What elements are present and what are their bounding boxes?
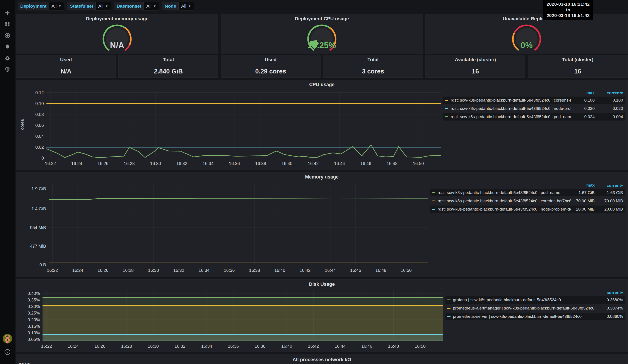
panel-title[interactable]: Total <box>119 55 218 63</box>
svg-text:16:24: 16:24 <box>72 268 83 273</box>
svg-text:0.12: 0.12 <box>35 90 44 95</box>
legend-max-value: 70.00 MiB <box>571 199 595 203</box>
svg-text:16:42: 16:42 <box>308 344 319 349</box>
svg-text:16:50: 16:50 <box>400 268 411 273</box>
filter-deployment-dropdown[interactable]: All ▼ <box>49 2 64 10</box>
svg-text:16:48: 16:48 <box>387 161 397 166</box>
svg-text:16:42: 16:42 <box>300 268 311 273</box>
legend-series-name[interactable]: rqst: scw-k8s-pedantic-blackburn-default… <box>438 207 571 212</box>
svg-text:cores: cores <box>20 119 25 130</box>
legend-current-value: 0.0860% <box>595 314 623 319</box>
legend-series-name[interactable]: real: scw-k8s-pedantic-blackburn-default… <box>451 114 571 119</box>
settings-gear-icon[interactable] <box>4 55 11 62</box>
panel-cpu-usage: CPU usage 16:2216:2416:2616:2816:3016:32… <box>16 80 628 170</box>
legend-series-name[interactable]: prometheus-alertmanager | scw-k8s-pedant… <box>453 306 595 311</box>
panel-title[interactable]: Used <box>16 55 116 63</box>
stat-value: N/A <box>16 68 116 75</box>
filter-deployment-label: Deployment <box>20 3 46 9</box>
svg-text:16:42: 16:42 <box>308 161 318 166</box>
stat-value: 3 cores <box>323 68 423 75</box>
legend-sort-current[interactable]: current▾ <box>595 90 623 95</box>
legend-swatch[interactable] <box>432 192 435 193</box>
legend-max-value: 20.00 MiB <box>571 207 595 212</box>
filter-node-dropdown[interactable]: All ▼ <box>178 2 194 10</box>
filter-daemonset-dropdown[interactable]: All ▼ <box>144 2 159 10</box>
legend-sort-current[interactable]: current▾ <box>595 183 623 188</box>
legend-row: rqst: scw-k8s-pedantic-blackburn-default… <box>443 105 625 112</box>
panel-title[interactable]: CPU usage <box>16 80 627 87</box>
svg-text:16:26: 16:26 <box>94 344 105 349</box>
dashboards-icon[interactable] <box>4 21 11 27</box>
stat-value: 16 <box>426 68 525 75</box>
svg-text:16:48: 16:48 <box>388 344 399 349</box>
legend-swatch[interactable] <box>445 100 448 101</box>
legend-swatch[interactable] <box>447 299 451 300</box>
alerting-bell-icon[interactable] <box>4 44 11 50</box>
svg-text:16:24: 16:24 <box>71 161 82 166</box>
gauge-value: 15.25% <box>308 41 336 50</box>
legend-series-name[interactable]: rqst: scw-k8s-pedantic-blackburn-default… <box>451 98 571 103</box>
svg-text:16:36: 16:36 <box>229 161 240 166</box>
legend-swatch[interactable] <box>447 308 451 309</box>
cpu-usage-chart: 16:2216:2416:2616:2816:3016:3216:3416:36… <box>18 87 443 168</box>
legend-current-value: 1.63 GiB <box>595 190 623 195</box>
legend-swatch[interactable] <box>445 116 448 117</box>
svg-text:0: 0 <box>41 156 44 160</box>
filter-statefulset: Statefulset All ▼ <box>67 2 111 10</box>
svg-text:16:26: 16:26 <box>97 161 108 166</box>
svg-text:16:34: 16:34 <box>203 161 214 166</box>
legend-sort-max[interactable]: max <box>571 183 595 188</box>
panel-title[interactable]: Memory usage <box>16 172 627 180</box>
panel-title[interactable]: Used <box>221 55 320 63</box>
chevron-down-icon: ▼ <box>58 4 62 8</box>
legend-series-name[interactable]: rqst: scw-k8s-pedantic-blackburn-default… <box>451 106 571 111</box>
legend-current-value: 20.00 MiB <box>595 207 623 212</box>
svg-text:16:22: 16:22 <box>41 344 52 349</box>
help-icon[interactable]: ? <box>4 349 11 355</box>
replicas-gauge: 0% <box>494 22 559 54</box>
svg-text:16:40: 16:40 <box>282 161 292 166</box>
svg-text:16:38: 16:38 <box>255 344 266 349</box>
filter-statefulset-dropdown[interactable]: All ▼ <box>95 2 111 10</box>
legend-max-value: 0.024 <box>571 114 595 119</box>
svg-text:477 MiB: 477 MiB <box>30 244 46 248</box>
legend-series-name[interactable]: rqst: scw-k8s-pedantic-blackburn-default… <box>438 199 571 203</box>
legend-series-name[interactable]: grafana | scw-k8s-pedantic-blackburn-def… <box>453 297 595 302</box>
legend-header: maxcurrent▾ <box>430 182 625 188</box>
memory-gauge: N/A <box>84 22 150 54</box>
legend-sort-max[interactable]: max <box>571 90 595 95</box>
svg-text:16:44: 16:44 <box>325 268 336 273</box>
panel-title[interactable]: Unavailable Replicas <box>426 14 627 22</box>
panel-title[interactable]: Total <box>323 55 423 63</box>
svg-text:0.40%: 0.40% <box>27 291 40 296</box>
legend-row: prometheus-alertmanager | scw-k8s-pedant… <box>446 304 625 312</box>
panel-title[interactable]: Deployment memory usage <box>16 14 218 22</box>
legend-sort-current[interactable]: current▾ <box>595 290 623 295</box>
admin-shield-icon[interactable] <box>4 66 11 73</box>
svg-text:16:40: 16:40 <box>281 344 292 349</box>
panel-title[interactable]: Available (cluster) <box>426 55 525 63</box>
time-range-display[interactable]: 2020-03-18 16:21:42 to 2020-03-18 16:51:… <box>543 0 593 20</box>
svg-text:16:46: 16:46 <box>360 161 371 166</box>
svg-text:0.35%: 0.35% <box>27 297 40 302</box>
explore-compass-icon[interactable] <box>4 32 11 39</box>
cpu-usage-legend: maxcurrent▾rqst: scw-k8s-pedantic-blackb… <box>443 90 626 168</box>
legend-swatch[interactable] <box>432 209 435 210</box>
legend-series-name[interactable]: prometheus-server | scw-k8s-pedantic-bla… <box>453 314 595 319</box>
panel-title[interactable]: Disk Usage <box>16 280 627 287</box>
filter-statefulset-value: All <box>98 3 103 9</box>
legend-swatch[interactable] <box>432 201 435 201</box>
legend-swatch[interactable] <box>445 108 448 109</box>
svg-text:16:38: 16:38 <box>255 161 266 166</box>
legend-current-value: 0.004 <box>595 114 623 119</box>
panel-title[interactable]: Total (cluster) <box>528 55 627 63</box>
plus-icon[interactable] <box>4 9 11 16</box>
user-avatar[interactable] <box>2 334 12 344</box>
svg-text:16:36: 16:36 <box>228 344 239 349</box>
panel-title[interactable]: All processes network I/O <box>16 354 627 363</box>
legend-series-name[interactable]: real: scw-k8s-pedantic-blackburn-default… <box>438 190 571 195</box>
svg-text:0.02: 0.02 <box>35 145 44 149</box>
panel-title[interactable]: Deployment CPU usage <box>221 14 423 22</box>
legend-swatch[interactable] <box>447 316 451 317</box>
svg-text:0.10%: 0.10% <box>27 330 40 335</box>
